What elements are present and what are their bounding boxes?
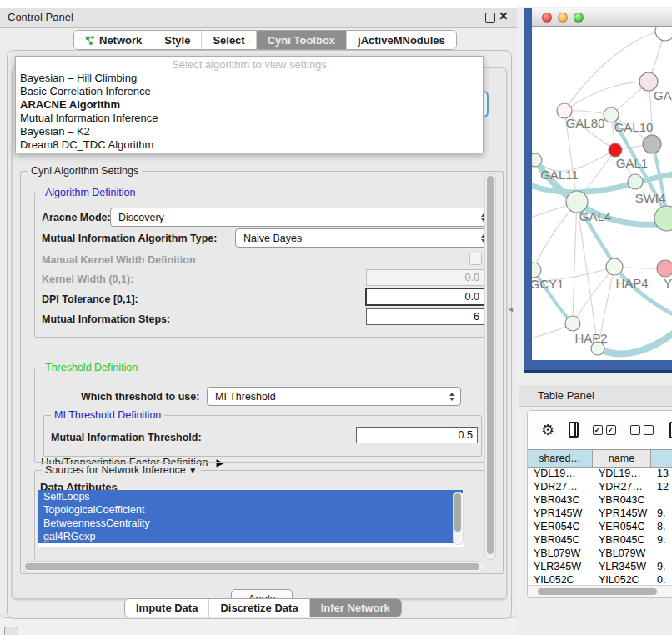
float-window-icon[interactable] (485, 12, 495, 22)
deselect-all-icon[interactable] (630, 425, 654, 435)
mi-threshold-field[interactable]: 0.5 (356, 427, 478, 443)
dropdown-placeholder: Select algorithm to view settings (16, 57, 483, 72)
column-header[interactable]: shared… (528, 450, 593, 467)
dropdown-item[interactable]: Bayesian – Hill Climbing (16, 72, 483, 85)
network-node[interactable] (654, 206, 672, 231)
close-icon[interactable]: ✕ (499, 9, 509, 22)
unchecked-box-icon (644, 425, 654, 435)
sources-title[interactable]: Sources for Network Inference ▼ (42, 464, 200, 476)
table-panel-title: Table Panel (538, 389, 594, 402)
column-header[interactable]: name (593, 450, 651, 467)
dpi-tolerance-field[interactable]: 0.0 (365, 288, 485, 306)
checked-box-icon: ✓ (593, 425, 603, 435)
network-node-hap2[interactable] (565, 316, 580, 331)
attribute-item[interactable]: gal4RGexp (38, 530, 463, 543)
mi-algorithm-type-combobox[interactable]: Naive Bayes (235, 228, 493, 248)
network-node-hap4[interactable] (606, 258, 623, 275)
column-header[interactable]: A (651, 450, 672, 467)
minimized-panel-icon[interactable] (4, 627, 18, 635)
dropdown-item[interactable]: Bayesian – K2 (16, 125, 483, 138)
tab-select[interactable]: Select (202, 31, 256, 49)
manual-kernel-label: Manual Kernel Width Definition (42, 254, 196, 266)
bottom-tabbar: Impute DataDiscretize DataInfer Network (124, 598, 402, 618)
tab-cyni-toolbox[interactable]: Cyni Toolbox (257, 31, 347, 49)
mi-threshold-definition-group: MI Threshold Definition Mutual Informati… (43, 415, 482, 457)
attribute-item[interactable]: SelfLoops (38, 490, 463, 503)
split-columns-icon[interactable] (569, 422, 578, 438)
table-hscroll-thumb[interactable] (538, 588, 657, 595)
settings-vertical-scrollbar[interactable] (484, 173, 496, 560)
network-node-gal11[interactable] (532, 153, 542, 167)
settings-vscroll-thumb[interactable] (487, 176, 494, 554)
table-row[interactable]: YLR345WYLR345W9. (528, 560, 672, 573)
dropdown-item[interactable]: Basic Correlation Inference (16, 85, 483, 98)
table-row[interactable]: YDR27…YDR27…12 (528, 480, 672, 493)
manual-kernel-checkbox[interactable] (469, 252, 482, 265)
network-node[interactable] (655, 27, 672, 41)
mac-close-button[interactable] (542, 12, 552, 22)
network-icon (85, 35, 95, 46)
data-attributes-list[interactable]: SelfLoopsTopologicalCoefficientBetweenne… (38, 490, 464, 547)
network-node-swi4[interactable] (628, 174, 643, 189)
node-label: HAP4 (615, 276, 648, 290)
table-row[interactable]: YBL079WYBL079W (528, 547, 672, 560)
threshold-definition-title: Threshold Definition (42, 362, 141, 373)
table-row[interactable]: YBR043CYBR043C (528, 493, 672, 507)
table-horizontal-scrollbar[interactable] (528, 585, 672, 597)
tab-style[interactable]: Style (153, 31, 202, 49)
page-icon[interactable] (669, 422, 672, 438)
attribute-item[interactable]: TopologicalCoefficient (38, 503, 463, 517)
aracne-mode-combobox[interactable]: Discovery (110, 208, 493, 227)
network-node-gal1[interactable] (609, 143, 622, 157)
network-window-titlebar[interactable] (532, 8, 672, 27)
network-canvas[interactable]: GALGAL80GAL10GAL1GAL11SWI4GAL4HAP4YGCY1H… (532, 27, 672, 360)
dropdown-item[interactable]: Mutual Information Inference (16, 112, 483, 125)
table-cell: 0. (651, 573, 672, 586)
mi-threshold-definition-title: MI Threshold Definition (51, 409, 164, 421)
settings-horizontal-scrollbar[interactable] (23, 561, 484, 572)
mac-zoom-button[interactable] (574, 12, 584, 22)
tab-jactivemnodules[interactable]: jActiveMNodules (347, 31, 456, 49)
gear-icon[interactable]: ⚙ (541, 422, 554, 438)
bottom-tab-infer-network[interactable]: Infer Network (310, 599, 401, 617)
dpi-tolerance-label: DPI Tolerance [0,1]: (42, 293, 138, 305)
table-row[interactable]: YBR045CYBR045C9. (528, 533, 672, 547)
table-cell: YDL19… (528, 467, 593, 480)
mi-steps-label: Mutual Information Steps: (42, 313, 170, 325)
splitter-collapse-icon[interactable]: ◄ (507, 305, 514, 313)
table-cell: 12 (651, 480, 672, 493)
settings-hscroll-thumb[interactable] (25, 563, 479, 570)
stepper-arrows-icon (449, 392, 454, 401)
network-node[interactable] (643, 135, 661, 153)
threshold-definition-group: Threshold Definition Which threshold to … (34, 368, 491, 462)
table-cell: YBR045C (528, 533, 593, 547)
network-node-gcy1[interactable] (532, 262, 541, 278)
mi-threshold-label: Mutual Information Threshold: (51, 432, 202, 443)
bottom-tab-impute-data[interactable]: Impute Data (125, 599, 209, 617)
tab-network[interactable]: Network (74, 31, 153, 49)
table-cell: YBR043C (593, 493, 651, 507)
table-panel: ⚙ ✓ ✓ shared…nameA YDL19…YDL19…13YDR27…Y… (527, 410, 672, 598)
dropdown-item[interactable]: ARACNE Algorithm (16, 98, 483, 112)
dropdown-items: Bayesian – Hill ClimbingBasic Correlatio… (16, 72, 483, 152)
table-row[interactable]: YIL052CYIL052C0. (528, 573, 672, 586)
bottom-tab-discretize-data[interactable]: Discretize Data (209, 599, 309, 617)
control-panel-titlebar[interactable]: Control Panel ✕ (0, 8, 517, 28)
dropdown-item[interactable]: Dream8 DC_TDC Algorithm (16, 138, 483, 152)
table-panel-titlebar[interactable]: Table Panel (519, 385, 672, 407)
table-row[interactable]: YPR145WYPR145W9. (528, 507, 672, 520)
attribute-item[interactable]: BetweennessCentrality (38, 517, 463, 530)
network-node-y[interactable] (657, 260, 672, 277)
network-node-labels: GALGAL80GAL10GAL1GAL11SWI4GAL4HAP4YGCY1H… (532, 88, 672, 345)
table-row[interactable]: YDL19…YDL19…13 (528, 467, 672, 480)
which-threshold-combobox[interactable]: MI Threshold (207, 387, 461, 406)
table-row[interactable]: YER054CYER054C8. (528, 520, 672, 533)
table-cell: YPR145W (593, 507, 651, 520)
attributes-scrollbar-thumb[interactable] (454, 493, 461, 532)
mac-minimize-button[interactable] (558, 12, 568, 22)
table-cell: 8. (651, 520, 672, 533)
kernel-width-field[interactable]: 0.0 (366, 269, 484, 286)
table-cell: 9. (651, 507, 672, 520)
select-all-icon[interactable]: ✓ ✓ (593, 425, 616, 435)
mi-steps-field[interactable]: 6 (366, 308, 484, 325)
